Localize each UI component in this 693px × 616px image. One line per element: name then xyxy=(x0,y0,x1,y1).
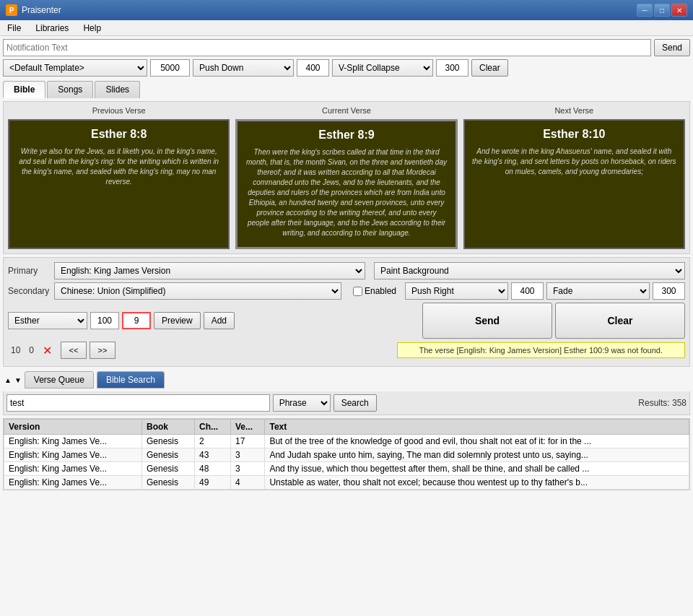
toolbar-row: <Default Template> 5000 Push Down 400 V-… xyxy=(3,59,690,77)
table-row[interactable]: English: King James Ve...Genesis217But o… xyxy=(4,435,689,448)
menu-file[interactable]: File xyxy=(3,22,25,35)
menu-help[interactable]: Help xyxy=(79,22,105,35)
title-bar: P Praisenter ─ □ ✕ xyxy=(0,0,693,20)
cell-verse: 3 xyxy=(231,448,265,462)
cell-chapter: 48 xyxy=(195,462,231,476)
next-verse-text: And he wrote in the king Ahasuerus' name… xyxy=(472,147,676,177)
col-verse: Ve... xyxy=(231,420,265,435)
primary-version-select[interactable]: English: King James Version xyxy=(54,262,365,279)
menu-libraries[interactable]: Libraries xyxy=(31,22,73,35)
fade-value-input[interactable]: 300 xyxy=(653,282,685,300)
cell-version: English: King James Ve... xyxy=(4,435,142,448)
cell-book: Genesis xyxy=(141,435,194,448)
send-notification-button[interactable]: Send xyxy=(654,39,690,56)
table-row[interactable]: English: King James Ve...Genesis433And J… xyxy=(4,448,689,462)
verse-input[interactable]: 9 xyxy=(122,312,151,329)
app-title: Praisenter xyxy=(22,5,61,15)
cell-book: Genesis xyxy=(141,476,194,490)
current-verse-label: Current Verse xyxy=(235,106,457,115)
vsplit-select[interactable]: V-Split Collapse xyxy=(332,59,433,77)
search-input[interactable]: test xyxy=(6,394,270,412)
search-button[interactable]: Search xyxy=(334,394,377,412)
next-verse-label: Next Verse xyxy=(463,106,685,115)
template-select[interactable]: <Default Template> xyxy=(3,59,147,77)
cell-chapter: 2 xyxy=(195,435,231,448)
cell-verse: 3 xyxy=(231,462,265,476)
prev-nav-button[interactable]: << xyxy=(61,342,87,359)
clear-toolbar-button[interactable]: Clear xyxy=(471,59,508,77)
maximize-button[interactable]: □ xyxy=(654,4,670,17)
current-verse-col: Current Verse Esther 8:9 Then were the k… xyxy=(235,106,457,249)
next-verse-title: Esther 8:10 xyxy=(543,128,605,141)
col-chapter: Ch... xyxy=(195,420,231,435)
col-version: Version xyxy=(4,420,142,435)
delete-icon[interactable]: ✕ xyxy=(43,344,52,357)
scroll-up-icon[interactable]: ▲ xyxy=(4,376,12,384)
cell-chapter: 43 xyxy=(195,448,231,462)
notification-bar: Send xyxy=(3,39,690,56)
main-tab-bar: Bible Songs Slides xyxy=(3,79,690,98)
send-verse-button[interactable]: Send xyxy=(422,303,552,339)
table-header-row: Version Book Ch... Ve... Text xyxy=(4,420,689,435)
bible-controls-section: Primary English: King James Version Pain… xyxy=(3,257,690,367)
fade-select[interactable]: Fade xyxy=(546,282,650,300)
book-select[interactable]: Esther xyxy=(8,312,87,329)
cell-text: But of the tree of the knowledge of good… xyxy=(265,435,689,448)
transition-duration-input[interactable]: 400 xyxy=(297,59,329,77)
enabled-checkbox[interactable]: Enabled xyxy=(353,286,396,296)
phrase-select[interactable]: Phrase xyxy=(273,394,331,412)
minimize-button[interactable]: ─ xyxy=(637,4,653,17)
scroll-down-icon[interactable]: ▼ xyxy=(14,376,22,384)
cell-text: And Judah spake unto him, saying, The ma… xyxy=(265,448,689,462)
close-button[interactable]: ✕ xyxy=(671,4,687,17)
notification-input[interactable] xyxy=(3,39,651,56)
vsplit-value-input[interactable]: 300 xyxy=(436,59,468,77)
cell-chapter: 49 xyxy=(195,476,231,490)
next-nav-button[interactable]: >> xyxy=(90,342,116,359)
cell-book: Genesis xyxy=(141,462,194,476)
delay-input[interactable]: 5000 xyxy=(150,59,190,77)
results-table: Version Book Ch... Ve... Text English: K… xyxy=(4,419,689,490)
tab-verse-queue[interactable]: Verse Queue xyxy=(25,371,94,389)
transition-select[interactable]: Push Down xyxy=(193,59,294,77)
chapter-count: 10 xyxy=(11,345,20,355)
previous-verse-title: Esther 8:8 xyxy=(91,128,147,141)
tab-bible[interactable]: Bible xyxy=(3,81,45,98)
tab-slides[interactable]: Slides xyxy=(95,81,140,98)
enabled-label: Enabled xyxy=(365,286,396,296)
tab-bible-search[interactable]: Bible Search xyxy=(97,371,165,389)
preview-button[interactable]: Preview xyxy=(154,312,201,329)
cell-version: English: King James Ve... xyxy=(4,476,142,490)
add-button[interactable]: Add xyxy=(204,312,235,329)
cell-version: English: King James Ve... xyxy=(4,448,142,462)
previous-verse-text: Write ye also for the Jews, as it liketh… xyxy=(17,147,221,187)
col-text: Text xyxy=(265,420,689,435)
search-bar: test Phrase Search Results: 358 xyxy=(3,391,690,415)
chapter-input[interactable]: 100 xyxy=(90,312,119,329)
cell-book: Genesis xyxy=(141,448,194,462)
results-table-container: Version Book Ch... Ve... Text English: K… xyxy=(3,418,690,490)
table-row[interactable]: English: King James Ve...Genesis483And t… xyxy=(4,462,689,476)
current-verse-card: Esther 8:9 Then were the king's scribes … xyxy=(235,119,457,249)
previous-verse-label: Previous Verse xyxy=(8,106,230,115)
secondary-version-select[interactable]: Chinese: Union (Simplified) xyxy=(54,282,341,300)
app-icon: P xyxy=(6,4,17,16)
error-message: The verse [English: King James Version] … xyxy=(397,342,685,358)
tab-songs[interactable]: Songs xyxy=(47,81,93,98)
col-book: Book xyxy=(141,420,194,435)
cell-verse: 17 xyxy=(231,435,265,448)
cell-verse: 4 xyxy=(231,476,265,490)
cell-text: And thy issue, which thou begettest afte… xyxy=(265,462,689,476)
secondary-label: Secondary xyxy=(8,286,51,296)
clear-verse-button[interactable]: Clear xyxy=(555,303,685,339)
current-verse-text: Then were the king's scribes called at t… xyxy=(245,147,448,238)
paint-bg-select[interactable]: Paint Background xyxy=(374,262,685,279)
menu-bar: File Libraries Help xyxy=(0,20,693,36)
verse-section: Previous Verse Esther 8:8 Write ye also … xyxy=(3,101,690,254)
primary-label: Primary xyxy=(8,266,51,276)
verse-count: 0 xyxy=(29,345,34,355)
push-right-duration[interactable]: 400 xyxy=(511,282,544,300)
enabled-check[interactable] xyxy=(353,287,362,296)
push-right-select[interactable]: Push Right xyxy=(405,282,508,300)
table-row[interactable]: English: King James Ve...Genesis494Unsta… xyxy=(4,476,689,490)
